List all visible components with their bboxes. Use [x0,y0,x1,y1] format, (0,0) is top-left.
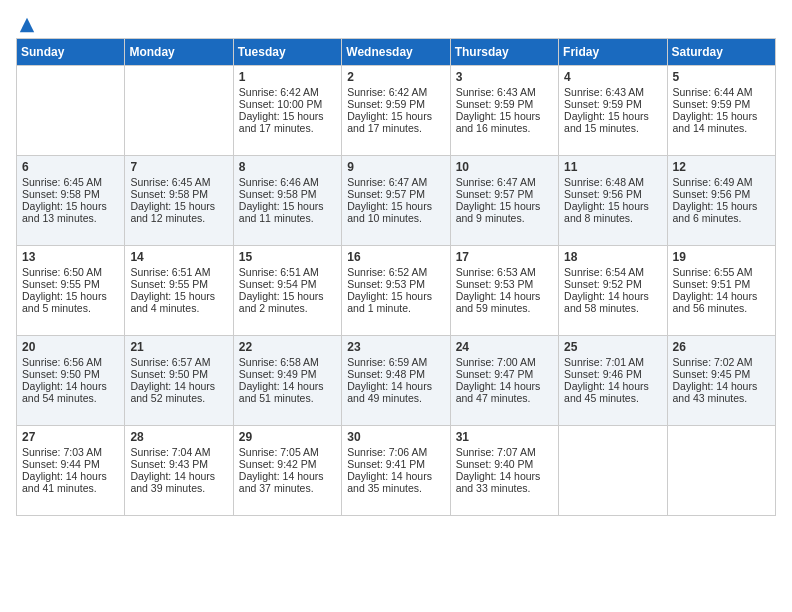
daylight-text: Daylight: 15 hours and 17 minutes. [347,110,432,134]
weekday-header: Friday [559,39,667,66]
daylight-text: Daylight: 15 hours and 14 minutes. [673,110,758,134]
logo [16,16,36,30]
sunset-text: Sunset: 9:58 PM [22,188,100,200]
weekday-header: Monday [125,39,233,66]
sunrise-text: Sunrise: 6:45 AM [22,176,102,188]
weekday-header: Sunday [17,39,125,66]
sunset-text: Sunset: 9:53 PM [456,278,534,290]
sunrise-text: Sunrise: 6:59 AM [347,356,427,368]
sunrise-text: Sunrise: 7:05 AM [239,446,319,458]
day-number: 15 [239,250,336,264]
weekday-header: Thursday [450,39,558,66]
daylight-text: Daylight: 15 hours and 8 minutes. [564,200,649,224]
sunrise-text: Sunrise: 6:42 AM [347,86,427,98]
daylight-text: Daylight: 15 hours and 5 minutes. [22,290,107,314]
calendar-cell [17,66,125,156]
calendar-cell: 3Sunrise: 6:43 AMSunset: 9:59 PMDaylight… [450,66,558,156]
sunrise-text: Sunrise: 6:48 AM [564,176,644,188]
calendar-cell: 18Sunrise: 6:54 AMSunset: 9:52 PMDayligh… [559,246,667,336]
sunset-text: Sunset: 9:52 PM [564,278,642,290]
calendar-cell: 21Sunrise: 6:57 AMSunset: 9:50 PMDayligh… [125,336,233,426]
calendar-cell: 27Sunrise: 7:03 AMSunset: 9:44 PMDayligh… [17,426,125,516]
daylight-text: Daylight: 15 hours and 12 minutes. [130,200,215,224]
day-number: 4 [564,70,661,84]
sunrise-text: Sunrise: 6:58 AM [239,356,319,368]
logo-icon [18,16,36,34]
day-number: 14 [130,250,227,264]
sunset-text: Sunset: 9:58 PM [239,188,317,200]
calendar-cell [559,426,667,516]
day-number: 27 [22,430,119,444]
calendar-cell: 14Sunrise: 6:51 AMSunset: 9:55 PMDayligh… [125,246,233,336]
calendar-week-row: 20Sunrise: 6:56 AMSunset: 9:50 PMDayligh… [17,336,776,426]
sunset-text: Sunset: 9:57 PM [347,188,425,200]
sunset-text: Sunset: 9:56 PM [673,188,751,200]
day-number: 1 [239,70,336,84]
calendar-cell: 10Sunrise: 6:47 AMSunset: 9:57 PMDayligh… [450,156,558,246]
sunrise-text: Sunrise: 7:00 AM [456,356,536,368]
day-number: 8 [239,160,336,174]
daylight-text: Daylight: 15 hours and 13 minutes. [22,200,107,224]
daylight-text: Daylight: 14 hours and 41 minutes. [22,470,107,494]
day-number: 29 [239,430,336,444]
daylight-text: Daylight: 14 hours and 49 minutes. [347,380,432,404]
sunrise-text: Sunrise: 6:43 AM [564,86,644,98]
sunset-text: Sunset: 10:00 PM [239,98,322,110]
calendar-cell: 26Sunrise: 7:02 AMSunset: 9:45 PMDayligh… [667,336,775,426]
sunrise-text: Sunrise: 7:04 AM [130,446,210,458]
calendar-cell: 25Sunrise: 7:01 AMSunset: 9:46 PMDayligh… [559,336,667,426]
day-number: 11 [564,160,661,174]
sunrise-text: Sunrise: 6:54 AM [564,266,644,278]
sunset-text: Sunset: 9:59 PM [456,98,534,110]
sunset-text: Sunset: 9:49 PM [239,368,317,380]
sunrise-text: Sunrise: 6:55 AM [673,266,753,278]
calendar-cell: 2Sunrise: 6:42 AMSunset: 9:59 PMDaylight… [342,66,450,156]
sunset-text: Sunset: 9:47 PM [456,368,534,380]
day-number: 19 [673,250,770,264]
day-number: 2 [347,70,444,84]
calendar-cell: 22Sunrise: 6:58 AMSunset: 9:49 PMDayligh… [233,336,341,426]
calendar-cell: 28Sunrise: 7:04 AMSunset: 9:43 PMDayligh… [125,426,233,516]
daylight-text: Daylight: 14 hours and 47 minutes. [456,380,541,404]
day-number: 25 [564,340,661,354]
day-number: 5 [673,70,770,84]
day-number: 24 [456,340,553,354]
calendar-cell [125,66,233,156]
calendar-cell: 16Sunrise: 6:52 AMSunset: 9:53 PMDayligh… [342,246,450,336]
daylight-text: Daylight: 15 hours and 10 minutes. [347,200,432,224]
daylight-text: Daylight: 15 hours and 2 minutes. [239,290,324,314]
calendar-cell: 29Sunrise: 7:05 AMSunset: 9:42 PMDayligh… [233,426,341,516]
calendar-cell: 6Sunrise: 6:45 AMSunset: 9:58 PMDaylight… [17,156,125,246]
sunrise-text: Sunrise: 6:57 AM [130,356,210,368]
calendar-cell: 17Sunrise: 6:53 AMSunset: 9:53 PMDayligh… [450,246,558,336]
day-number: 10 [456,160,553,174]
calendar-week-row: 6Sunrise: 6:45 AMSunset: 9:58 PMDaylight… [17,156,776,246]
sunset-text: Sunset: 9:55 PM [22,278,100,290]
calendar-cell: 13Sunrise: 6:50 AMSunset: 9:55 PMDayligh… [17,246,125,336]
daylight-text: Daylight: 14 hours and 39 minutes. [130,470,215,494]
sunrise-text: Sunrise: 7:02 AM [673,356,753,368]
calendar-cell: 7Sunrise: 6:45 AMSunset: 9:58 PMDaylight… [125,156,233,246]
sunset-text: Sunset: 9:59 PM [673,98,751,110]
daylight-text: Daylight: 14 hours and 45 minutes. [564,380,649,404]
daylight-text: Daylight: 14 hours and 33 minutes. [456,470,541,494]
sunrise-text: Sunrise: 6:50 AM [22,266,102,278]
calendar-cell: 5Sunrise: 6:44 AMSunset: 9:59 PMDaylight… [667,66,775,156]
calendar-cell: 23Sunrise: 6:59 AMSunset: 9:48 PMDayligh… [342,336,450,426]
sunset-text: Sunset: 9:46 PM [564,368,642,380]
sunrise-text: Sunrise: 6:47 AM [347,176,427,188]
sunset-text: Sunset: 9:51 PM [673,278,751,290]
daylight-text: Daylight: 15 hours and 6 minutes. [673,200,758,224]
sunset-text: Sunset: 9:55 PM [130,278,208,290]
day-number: 16 [347,250,444,264]
day-number: 18 [564,250,661,264]
daylight-text: Daylight: 15 hours and 4 minutes. [130,290,215,314]
sunrise-text: Sunrise: 6:46 AM [239,176,319,188]
calendar-cell: 15Sunrise: 6:51 AMSunset: 9:54 PMDayligh… [233,246,341,336]
sunset-text: Sunset: 9:40 PM [456,458,534,470]
calendar-cell: 12Sunrise: 6:49 AMSunset: 9:56 PMDayligh… [667,156,775,246]
sunset-text: Sunset: 9:53 PM [347,278,425,290]
daylight-text: Daylight: 14 hours and 58 minutes. [564,290,649,314]
sunset-text: Sunset: 9:44 PM [22,458,100,470]
sunset-text: Sunset: 9:56 PM [564,188,642,200]
